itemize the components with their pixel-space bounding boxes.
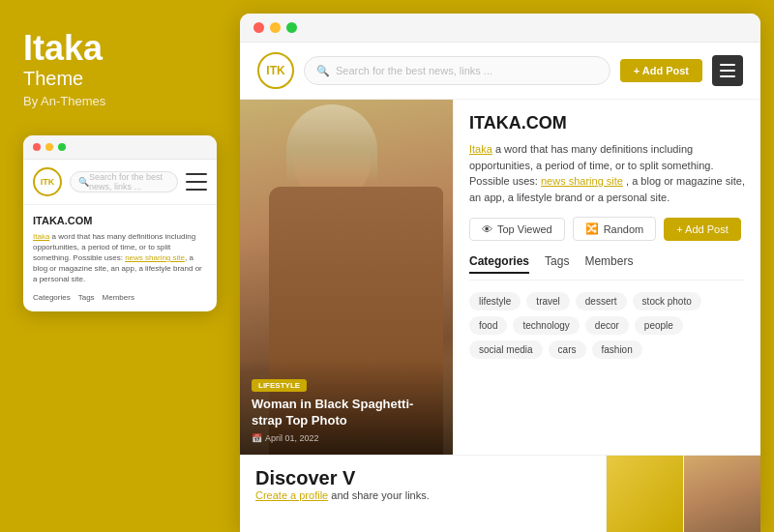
post-category-badge: LIFESTYLE — [252, 379, 307, 392]
bottom-section: Discover V Create a profile and share yo… — [240, 455, 760, 532]
tags-container: lifestyle travel dessert stock photo foo… — [469, 292, 745, 359]
post-overlay: LIFESTYLE Woman in Black Spaghetti-strap… — [240, 359, 453, 455]
mini-browser-mockup: ITK 🔍 Search for the best news, links ..… — [23, 135, 217, 311]
browser-window: ITK 🔍 Search for the best news, links ..… — [240, 14, 760, 532]
mini-hamburger-icon[interactable] — [186, 173, 207, 191]
mini-dot-green — [58, 143, 66, 151]
mini-itaka-link[interactable]: Itaka — [33, 232, 49, 241]
sidebar-actions: 👁 Top Viewed 🔀 Random + Add Post — [469, 217, 745, 241]
news-sharing-link[interactable]: news sharing site — [541, 175, 623, 187]
create-profile-link[interactable]: Create a profile — [255, 489, 328, 501]
tag-travel[interactable]: travel — [526, 292, 569, 310]
brand-by: By An-Themes — [23, 94, 217, 108]
dot-yellow — [270, 22, 281, 33]
tag-cars[interactable]: cars — [549, 340, 586, 359]
sidebar-add-post-button[interactable]: + Add Post — [664, 218, 741, 241]
search-placeholder-text: Search for the best news, links ... — [336, 65, 492, 76]
mini-news-link[interactable]: news sharing site — [125, 253, 185, 262]
random-label: Random — [604, 223, 644, 235]
tag-lifestyle[interactable]: lifestyle — [469, 292, 521, 310]
tag-fashion[interactable]: fashion — [592, 340, 642, 359]
tag-dessert[interactable]: dessert — [576, 292, 627, 310]
bottom-thumbnails — [606, 456, 760, 532]
left-panel: Itaka Theme By An-Themes ITK 🔍 Search fo… — [0, 0, 240, 532]
top-viewed-label: Top Viewed — [497, 223, 552, 235]
discover-title: Discover V — [255, 467, 590, 489]
random-icon: 🔀 — [585, 222, 599, 235]
brand-subtitle: Theme — [23, 68, 217, 90]
mini-dot-red — [33, 143, 41, 151]
dot-red — [253, 22, 264, 33]
mini-categories: Categories Tags Members — [33, 293, 207, 302]
discover-section: Discover V Create a profile and share yo… — [240, 456, 606, 532]
tag-social-media[interactable]: social media — [469, 340, 543, 359]
browser-top-bar — [240, 14, 760, 43]
post-date: 📅 April 01, 2022 — [252, 433, 441, 443]
thumb-woman — [683, 456, 760, 532]
brand-title: Itaka — [23, 29, 217, 68]
mini-search-bar: 🔍 Search for the best news, links ... — [70, 171, 178, 192]
sidebar-tabs: Categories Tags Members — [469, 254, 745, 281]
sidebar-site-title: ITAKA.COM — [469, 113, 745, 133]
post-title[interactable]: Woman in Black Spaghetti-strap Top Photo — [252, 397, 441, 429]
mini-desc-text: a word that has many definitions includi… — [33, 232, 202, 284]
mini-logo: ITK — [33, 167, 62, 196]
tab-members[interactable]: Members — [584, 254, 633, 274]
site-content: LIFESTYLE Woman in Black Spaghetti-strap… — [240, 100, 760, 455]
mini-site-header: ITK 🔍 Search for the best news, links ..… — [23, 160, 217, 205]
mini-browser-bar — [23, 135, 217, 160]
mini-search-icon: 🔍 — [78, 177, 89, 187]
add-post-button[interactable]: + Add Post — [620, 59, 702, 82]
eye-icon: 👁 — [482, 223, 492, 235]
hamburger-menu-button[interactable] — [712, 55, 743, 86]
discover-suffix: and share your links. — [331, 489, 430, 501]
tag-decor[interactable]: decor — [585, 316, 629, 335]
discover-cta-container: Create a profile and share your links. — [255, 489, 590, 501]
mini-cat-members: Members — [103, 293, 134, 302]
tab-categories[interactable]: Categories — [469, 254, 529, 274]
mini-content: ITAKA.COM Itaka a word that has many def… — [23, 205, 217, 311]
tag-food[interactable]: food — [469, 316, 507, 335]
dot-green — [286, 22, 297, 33]
right-panel: ITK 🔍 Search for the best news, links ..… — [240, 0, 774, 532]
mini-cat-tags: Tags — [78, 293, 95, 302]
thumb-yellow-bg — [607, 456, 683, 532]
site-header: ITK 🔍 Search for the best news, links ..… — [240, 43, 760, 100]
date-icon: 📅 — [252, 433, 262, 443]
itaka-link[interactable]: Itaka — [469, 143, 492, 155]
search-icon: 🔍 — [316, 65, 330, 77]
mini-site-title: ITAKA.COM — [33, 215, 207, 226]
mini-search-text: Search for the best news, links ... — [89, 172, 169, 192]
sidebar-description: Itaka a word that has many definitions i… — [469, 141, 745, 205]
sidebar: ITAKA.COM Itaka a word that has many def… — [453, 100, 760, 455]
tab-tags[interactable]: Tags — [545, 254, 569, 274]
thumb-woman-bg — [684, 456, 760, 532]
random-button[interactable]: 🔀 Random — [573, 217, 657, 241]
mini-cat-categories: Categories — [33, 293, 71, 302]
top-viewed-button[interactable]: 👁 Top Viewed — [469, 218, 565, 241]
thumb-yellow — [606, 456, 683, 532]
site-search-bar[interactable]: 🔍 Search for the best news, links ... — [304, 56, 610, 85]
featured-post: LIFESTYLE Woman in Black Spaghetti-strap… — [240, 100, 453, 455]
date-text: April 01, 2022 — [265, 433, 319, 443]
mini-dot-yellow — [45, 143, 53, 151]
tag-people[interactable]: people — [635, 316, 683, 335]
tag-technology[interactable]: technology — [513, 316, 579, 335]
tag-stock-photo[interactable]: stock photo — [633, 292, 701, 310]
mini-description: Itaka a word that has many definitions i… — [33, 231, 207, 285]
site-logo[interactable]: ITK — [257, 52, 294, 89]
